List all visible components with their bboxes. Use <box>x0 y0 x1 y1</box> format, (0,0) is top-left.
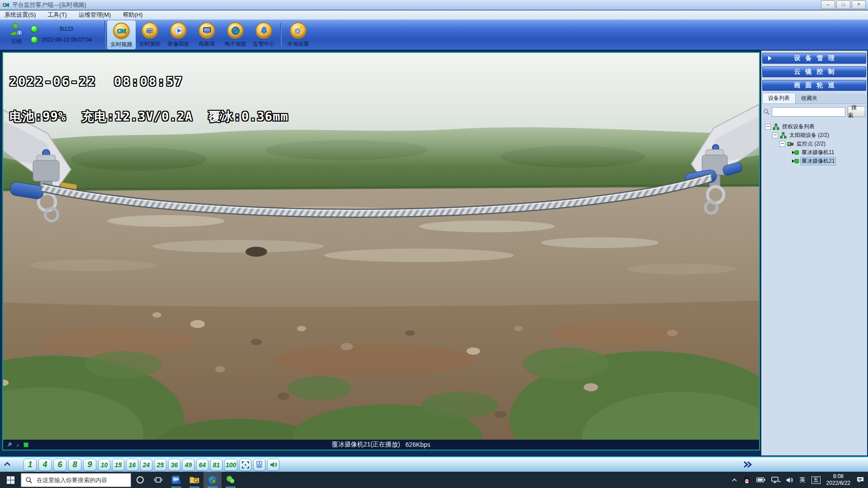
device-group-icon <box>780 132 787 139</box>
menu-ops-management[interactable]: 运维管理(M) <box>79 11 111 19</box>
split-49-button[interactable]: 49 <box>182 459 194 471</box>
toolbar-live-video-button[interactable]: 实时视频 <box>107 20 136 49</box>
local-settings-icon <box>290 22 307 39</box>
window-title: 平台监控客户端---[实时视频] <box>12 1 86 9</box>
toolbar-tv-wall-button[interactable]: 电视墙 <box>193 20 221 49</box>
tree-item-camera-11[interactable]: 覆冰摄像机11 <box>765 148 867 157</box>
split-10-button[interactable]: 10 <box>98 459 110 471</box>
taskbar-search-input[interactable] <box>36 476 127 484</box>
title-bar: 平台监控客户端---[实时视频] – □ × <box>0 0 868 10</box>
toolbar-alarm-center-button[interactable]: 告警中心 <box>250 20 278 49</box>
split-16-button[interactable]: 16 <box>126 459 138 471</box>
collapse-toggle-icon[interactable] <box>779 141 785 147</box>
tab-device-list[interactable]: 设备列表 <box>762 93 796 103</box>
panel-ptz-control[interactable]: 云镜控制 <box>762 66 866 77</box>
video-osd: 2022-06-22 08:08:57 电池:99% 充电:12.3V/0.2A… <box>9 57 288 142</box>
minimize-button[interactable]: – <box>821 0 835 9</box>
tree-item-label: 授权设备列表 <box>781 123 816 131</box>
taskbar-app-monitor-client-icon[interactable] <box>203 472 222 488</box>
menu-system-settings[interactable]: 系统设置(S) <box>5 11 36 19</box>
notification-center-icon[interactable] <box>856 476 864 483</box>
clock-time: 8:08 <box>826 473 850 480</box>
split-4-button[interactable]: 4 <box>38 459 52 471</box>
tree-item-solar-devices[interactable]: 太阳能设备 (2/2) <box>765 131 867 140</box>
device-search-row: 搜索 <box>761 104 867 119</box>
toolbar-button-label: 实时测控 <box>139 40 161 48</box>
more-chevron-icon[interactable] <box>743 461 753 468</box>
tree-item-camera-21[interactable]: 覆冰摄像机21 <box>765 157 867 165</box>
e-map-icon <box>227 22 244 39</box>
volume-button[interactable] <box>267 459 279 471</box>
panel-screen-tour[interactable]: 画面轮巡 <box>762 80 866 91</box>
toolbar-local-settings-button[interactable]: 本地设置 <box>284 20 312 49</box>
tab-favorites[interactable]: 收藏夹 <box>796 93 823 103</box>
taskbar-app-file-explorer-icon[interactable] <box>185 472 203 488</box>
tree-item-monitor-point[interactable]: 监控点 (2/2) <box>765 140 867 148</box>
split-64-button[interactable]: 64 <box>196 459 208 471</box>
device-search-button[interactable]: 搜索 <box>848 106 865 117</box>
system-tray: 英 五 8:08 2022/6/22 <box>731 473 868 487</box>
collapse-toggle-icon[interactable] <box>765 124 771 130</box>
menu-tools[interactable]: 工具(T) <box>47 11 67 19</box>
network-display-icon[interactable] <box>771 477 780 483</box>
tree-item-authorized-devices[interactable]: 授权设备列表 <box>765 122 867 131</box>
split-8-button[interactable]: 8 <box>68 459 81 471</box>
taskbar-app-wechat-icon[interactable] <box>222 472 240 488</box>
tv-wall-icon <box>198 22 215 39</box>
logout-button[interactable]: 注销 <box>2 21 31 48</box>
app-icon <box>2 1 9 9</box>
audio-note-icon[interactable]: ♪ <box>16 441 19 448</box>
toolbar-divider <box>280 23 282 47</box>
tray-chevron-up-icon[interactable] <box>731 478 737 482</box>
task-view-icon[interactable] <box>149 472 167 488</box>
collapse-up-icon[interactable] <box>4 461 11 467</box>
split-24-button[interactable]: 24 <box>140 459 152 471</box>
tree-item-label: 覆冰摄像机11 <box>801 149 835 156</box>
video-canvas[interactable]: 2022-06-22 08:08:57 电池:99% 充电:12.3V/0.2A… <box>2 52 760 450</box>
chevron-right-icon <box>768 56 772 61</box>
battery-icon[interactable] <box>756 477 765 483</box>
toolbar-e-map-button[interactable]: 电子地图 <box>221 20 250 49</box>
cortana-icon[interactable] <box>131 472 149 488</box>
split-100-button[interactable]: 100 <box>224 459 237 471</box>
language-indicator[interactable]: 英 <box>800 476 806 484</box>
taskbar-search-box[interactable] <box>21 473 131 487</box>
video-status-bar: ♪ 覆冰摄像机21(正在播放) 626Kbps <box>3 440 759 450</box>
toolbar-telemetry-button[interactable]: 实时测控 <box>136 20 164 49</box>
fullscreen-button[interactable] <box>239 459 251 471</box>
toolbar-playback-button[interactable]: 录像回放 <box>164 20 193 49</box>
clock-date: 2022/6/22 <box>826 480 850 487</box>
main-toolbar: 注销 fb123 2022-06-22 08:07:04 实时视频 <box>0 20 868 50</box>
sidebar-tabs: 设备列表 收藏夹 <box>762 94 866 104</box>
close-button[interactable]: × <box>852 0 866 9</box>
stream-indicator-icon <box>24 442 28 447</box>
maximize-button[interactable]: □ <box>836 0 850 9</box>
toolbar-button-label: 实时视频 <box>111 41 132 48</box>
split-6-button[interactable]: 6 <box>53 459 66 471</box>
split-36-button[interactable]: 36 <box>168 459 180 471</box>
collapse-toggle-icon[interactable] <box>772 132 778 138</box>
split-15-button[interactable]: 15 <box>112 459 124 471</box>
menu-help[interactable]: 帮助(H) <box>123 11 142 19</box>
bitrate-label: 626Kbps <box>406 441 430 448</box>
split-9-button[interactable]: 9 <box>83 459 96 471</box>
device-search-input[interactable] <box>772 107 845 117</box>
multi-screen-button[interactable] <box>253 459 265 471</box>
pin-icon[interactable] <box>7 442 12 447</box>
panel-device-management[interactable]: 设备管理 <box>762 53 866 64</box>
layout-bar: 1 4 6 8 9 10 15 16 24 25 36 49 64 81 100 <box>0 456 868 472</box>
volume-icon[interactable] <box>786 477 794 483</box>
taskbar-clock[interactable]: 8:08 2022/6/22 <box>826 473 850 487</box>
split-25-button[interactable]: 25 <box>154 459 166 471</box>
qq-icon[interactable] <box>743 476 750 484</box>
osd-datetime: 2022-06-22 08:08:57 <box>9 75 288 89</box>
user-panel: 注销 fb123 2022-06-22 08:07:04 <box>2 21 103 48</box>
ime-indicator[interactable]: 五 <box>811 476 821 484</box>
start-button[interactable] <box>0 472 21 488</box>
tree-item-label: 覆冰摄像机21 <box>801 157 835 165</box>
split-81-button[interactable]: 81 <box>210 459 222 471</box>
login-time-text: 2022-06-22 08:07:04 <box>42 37 92 43</box>
taskbar-app-video-client-icon[interactable] <box>167 472 185 488</box>
windows-taskbar: 英 五 8:08 2022/6/22 <box>0 472 868 488</box>
split-1-button[interactable]: 1 <box>24 459 37 471</box>
